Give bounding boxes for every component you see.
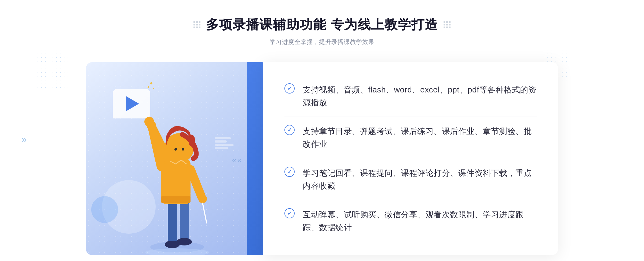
svg-rect-1 bbox=[168, 202, 177, 244]
check-icon-1: ✓ bbox=[287, 86, 292, 91]
svg-line-11 bbox=[203, 203, 207, 223]
title-dot-grid-right bbox=[444, 21, 451, 28]
page-container: » 多项录播课辅助功能 专为线上教学打造 学习进度全掌握，提升录播课教学效果 bbox=[0, 0, 644, 261]
svg-rect-2 bbox=[180, 202, 189, 242]
svg-line-9 bbox=[191, 169, 201, 196]
svg-point-4 bbox=[177, 238, 192, 245]
check-icon-3: ✓ bbox=[287, 169, 292, 174]
check-circle-3: ✓ bbox=[284, 167, 295, 177]
deco-arrows: « « bbox=[232, 156, 241, 165]
deco-circle-small bbox=[91, 196, 118, 223]
bg-chevron-left: » bbox=[21, 134, 25, 145]
check-circle-4: ✓ bbox=[284, 208, 295, 218]
check-circle-2: ✓ bbox=[284, 125, 295, 135]
feature-text-2: 支持章节目录、弹题考试、课后练习、课后作业、章节测验、批改作业 bbox=[303, 125, 537, 151]
check-icon-2: ✓ bbox=[287, 127, 292, 133]
feature-item-1: ✓ 支持视频、音频、flash、word、excel、ppt、pdf等各种格式的… bbox=[284, 76, 537, 117]
svg-point-14 bbox=[174, 148, 177, 151]
feature-item-4: ✓ 互动弹幕、试听购买、微信分享、观看次数限制、学习进度跟踪、数据统计 bbox=[284, 201, 537, 241]
svg-rect-6 bbox=[161, 196, 191, 203]
features-card: ✓ 支持视频、音频、flash、word、excel、ppt、pdf等各种格式的… bbox=[263, 62, 558, 255]
header-section: 多项录播课辅助功能 专为线上教学打造 学习进度全掌握，提升录播课教学效果 bbox=[193, 16, 450, 46]
feature-item-3: ✓ 学习笔记回看、课程提问、课程评论打分、课件资料下载，重点内容收藏 bbox=[284, 159, 537, 200]
header-title-row: 多项录播课辅助功能 专为线上教学打造 bbox=[193, 16, 450, 33]
main-title: 多项录播课辅助功能 专为线上教学打造 bbox=[206, 16, 438, 33]
check-circle-1: ✓ bbox=[284, 83, 295, 94]
title-dot-grid-left bbox=[193, 21, 200, 28]
svg-point-10 bbox=[198, 195, 207, 203]
sub-title: 学习进度全掌握，提升录播课教学效果 bbox=[193, 38, 450, 46]
svg-point-15 bbox=[182, 148, 184, 151]
bg-dots-left bbox=[32, 48, 70, 91]
person-illustration bbox=[129, 100, 225, 255]
feature-text-3: 学习笔记回看、课程提问、课程评论打分、课件资料下载，重点内容收藏 bbox=[303, 167, 537, 192]
feature-text-1: 支持视频、音频、flash、word、excel、ppt、pdf等各种格式的资源… bbox=[303, 83, 537, 109]
svg-line-8 bbox=[152, 125, 161, 167]
feature-text-4: 互动弹幕、试听购买、微信分享、观看次数限制、学习进度跟踪、数据统计 bbox=[303, 208, 537, 234]
feature-item-2: ✓ 支持章节目录、弹题考试、课后练习、课后作业、章节测验、批改作业 bbox=[284, 117, 537, 158]
svg-point-12 bbox=[144, 117, 154, 126]
content-section: « « bbox=[86, 62, 558, 255]
illustration-card: « « bbox=[86, 62, 268, 255]
check-icon-4: ✓ bbox=[287, 211, 292, 216]
